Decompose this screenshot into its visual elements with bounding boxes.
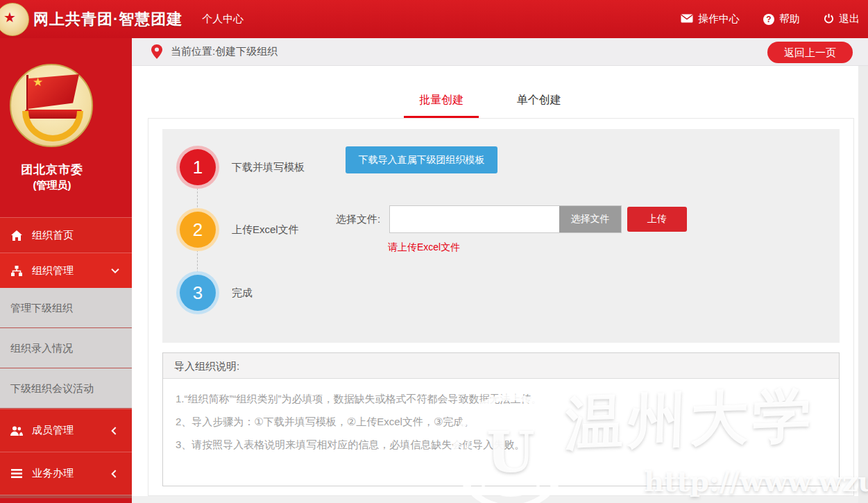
instructions-list: 1.“组织简称”“组织类别”为必填项，数据缺失或格式不符都会导致数据无法上传。 … bbox=[163, 379, 839, 452]
scrollbar-track[interactable] bbox=[858, 66, 868, 503]
sidebar-item-org-home[interactable]: 组织首页 bbox=[0, 217, 132, 253]
step-2-label: 上传Excel文件 bbox=[232, 223, 299, 237]
step-3-badge: 3 bbox=[180, 275, 216, 311]
page: ★ 网上共青团·智慧团建 个人中心 操作中心 ? 帮助 退出 ★ bbox=[0, 0, 868, 503]
file-input-group: 选择文件 bbox=[389, 205, 622, 233]
sidebar-item-label: 组织管理 bbox=[32, 264, 74, 278]
sidebar-item-label: 组织首页 bbox=[32, 229, 74, 242]
sidebar-item-member-management[interactable]: 成员管理 bbox=[0, 409, 132, 452]
sidebar-item-business-handling[interactable]: 业务办理 bbox=[0, 452, 132, 495]
submenu-item-org-entry-status[interactable]: 组织录入情况 bbox=[0, 328, 132, 368]
breadcrumb-bar: 当前位置:创建下级组织 返回上一页 bbox=[132, 38, 868, 66]
nav-logout-label: 退出 bbox=[839, 12, 860, 26]
help-icon: ? bbox=[763, 14, 774, 25]
choose-file-button[interactable]: 选择文件 bbox=[559, 206, 621, 232]
nav-action-center-label: 操作中心 bbox=[698, 12, 740, 26]
step-3-label: 完成 bbox=[232, 287, 253, 300]
file-path-input[interactable] bbox=[390, 206, 559, 232]
upload-error-message: 请上传Excel文件 bbox=[388, 241, 460, 254]
power-icon bbox=[824, 13, 834, 26]
header-right-nav: 操作中心 ? 帮助 退出 bbox=[681, 0, 860, 38]
star-icon: ★ bbox=[3, 9, 16, 26]
tab-batch-create[interactable]: 批量创建 bbox=[404, 89, 479, 118]
league-emblem: ★ bbox=[10, 64, 93, 147]
nav-help-label: 帮助 bbox=[779, 12, 800, 26]
upload-button[interactable]: 上传 bbox=[627, 207, 687, 232]
location-pin-icon bbox=[151, 44, 162, 59]
red-flag-icon: ★ bbox=[28, 74, 79, 110]
submenu-item-manage-sub-orgs[interactable]: 管理下级组织 bbox=[0, 288, 132, 328]
tab-single-create[interactable]: 单个创建 bbox=[502, 89, 577, 116]
instructions-title: 导入组织说明: bbox=[163, 353, 839, 379]
instruction-item: 3、请按照导入表格说明来填写相对应的信息，必填信息缺失会使导入失败。 bbox=[176, 438, 826, 452]
top-header: ★ 网上共青团·智慧团建 个人中心 操作中心 ? 帮助 退出 bbox=[0, 0, 868, 38]
content-panel: 批量创建 单个创建 1 下载并填写模板 下载导入直属下级团组织模板 2 上传Ex… bbox=[132, 66, 858, 496]
create-mode-tabs: 批量创建 单个创建 bbox=[132, 89, 849, 118]
gold-gear-icon bbox=[22, 111, 83, 142]
sidebar-submenu: 管理下级组织 组织录入情况 下级组织会议活动 bbox=[0, 288, 132, 409]
import-instructions-box: 导入组织说明: 1.“组织简称”“组织类别”为必填项，数据缺失或格式不符都会导致… bbox=[162, 352, 840, 486]
breadcrumb: 当前位置:创建下级组织 bbox=[171, 45, 278, 58]
main-area: 当前位置:创建下级组织 返回上一页 批量创建 单个创建 1 下载并填写模板 下载… bbox=[132, 38, 868, 503]
chevron-left-icon bbox=[111, 470, 119, 477]
sidebar-item-label: 成员管理 bbox=[32, 424, 74, 437]
nav-personal-center[interactable]: 个人中心 bbox=[202, 12, 244, 26]
users-icon bbox=[10, 426, 23, 436]
instruction-item: 1.“组织简称”“组织类别”为必填项，数据缺失或格式不符都会导致数据无法上传。 bbox=[176, 393, 826, 406]
sidebar-item-org-management[interactable]: 组织管理 bbox=[0, 253, 132, 288]
file-field-label: 选择文件: bbox=[336, 213, 380, 226]
nav-action-center[interactable]: 操作中心 bbox=[681, 12, 740, 26]
step-1-label: 下载并填写模板 bbox=[232, 161, 305, 174]
current-role: (管理员) bbox=[0, 179, 104, 192]
envelope-icon bbox=[681, 13, 693, 25]
chevron-down-icon bbox=[111, 266, 119, 273]
league-logo-icon: ★ bbox=[0, 3, 29, 36]
instruction-item: 2、导入步骤为：①下载并填写模板，②上传Excel文件，③完成。 bbox=[176, 416, 826, 429]
back-button[interactable]: 返回上一页 bbox=[767, 42, 853, 63]
steps-panel: 1 下载并填写模板 下载导入直属下级团组织模板 2 上传Excel文件 选择文件… bbox=[162, 129, 840, 343]
current-org-name: 团北京市委 bbox=[0, 162, 104, 178]
flag-star-icon: ★ bbox=[33, 75, 43, 89]
list-bars-icon bbox=[10, 469, 23, 478]
download-template-button[interactable]: 下载导入直属下级团组织模板 bbox=[346, 146, 497, 173]
sidebar: ★ 团北京市委 (管理员) 组织首页 组织管理 管理下级组织 组织录入情况 下级… bbox=[0, 38, 132, 503]
sidebar-item-label: 业务办理 bbox=[32, 467, 74, 480]
wizard-card: 1 下载并填写模板 下载导入直属下级团组织模板 2 上传Excel文件 选择文件… bbox=[148, 118, 854, 496]
app-title: 网上共青团·智慧团建 bbox=[33, 9, 182, 30]
nav-help[interactable]: ? 帮助 bbox=[763, 12, 800, 26]
step-1-badge: 1 bbox=[180, 149, 216, 185]
sitemap-icon bbox=[10, 266, 23, 276]
submenu-item-sub-org-meetings[interactable]: 下级组织会议活动 bbox=[0, 368, 132, 409]
nav-logout[interactable]: 退出 bbox=[824, 12, 860, 26]
home-icon bbox=[10, 230, 23, 241]
sidebar-divider bbox=[0, 495, 132, 498]
chevron-left-icon bbox=[111, 427, 119, 434]
step-2-badge: 2 bbox=[180, 212, 216, 248]
sidebar-menu: 组织首页 组织管理 管理下级组织 组织录入情况 下级组织会议活动 成员管理 业务… bbox=[0, 217, 132, 498]
